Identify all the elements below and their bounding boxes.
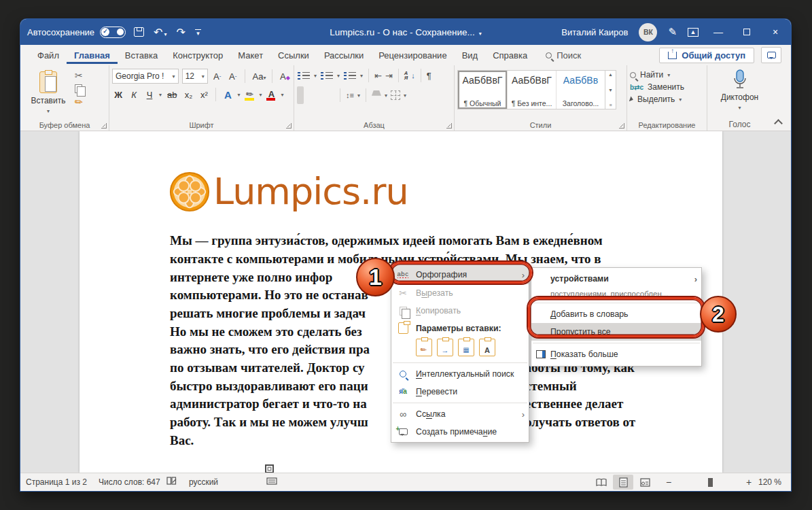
dialog-launcher-icon[interactable] [619, 123, 624, 129]
tab-insert[interactable]: Вставка [118, 47, 165, 64]
tab-help[interactable]: Справка [485, 47, 535, 64]
tab-view[interactable]: Вид [455, 47, 486, 64]
collapse-ribbon-icon[interactable] [774, 119, 783, 128]
print-layout-button[interactable] [613, 475, 633, 490]
dialog-launcher-icon[interactable] [446, 123, 452, 129]
submenu-see-more[interactable]: Показать больше [531, 345, 701, 363]
font-size-combo[interactable]: 12▾ [182, 69, 208, 84]
page-indicator[interactable]: Страница 1 из 2 [26, 477, 87, 487]
comments-button[interactable] [761, 47, 781, 63]
select-button[interactable]: Выделить▾ [630, 95, 704, 104]
paste-text-only-icon[interactable]: A [479, 339, 495, 356]
web-layout-button[interactable] [635, 475, 655, 490]
tab-file[interactable]: Файл [30, 47, 67, 64]
shading-icon[interactable] [372, 90, 381, 98]
decrease-indent-icon[interactable] [374, 69, 382, 82]
paste-merge-formatting-icon[interactable]: → [437, 339, 453, 356]
text-line: чественнее делает [518, 396, 623, 411]
language-indicator[interactable]: русский [189, 477, 218, 487]
menu-item-copy[interactable]: Копировать [391, 302, 529, 320]
align-center-button[interactable] [307, 86, 314, 104]
format-painter-icon[interactable] [75, 97, 83, 107]
style-no-spacing[interactable]: АаБбВвГ ¶ Без инте... [507, 71, 556, 109]
subscript-button[interactable]: x₂ [182, 89, 194, 101]
tab-review[interactable]: Рецензирование [371, 47, 454, 64]
submenu-suggestion-primary[interactable]: устройствами › [531, 271, 701, 287]
style-heading[interactable]: АаБбВв Заголово... [556, 71, 605, 109]
multilevel-list-icon[interactable] [344, 71, 356, 80]
save-icon[interactable] [134, 27, 144, 37]
tab-references[interactable]: Ссылки [270, 47, 317, 64]
zoom-in-button[interactable]: + [746, 477, 752, 488]
avatar[interactable]: ВК [639, 23, 657, 41]
maximize-button[interactable] [738, 27, 756, 37]
underline-button[interactable]: Ч [143, 89, 156, 101]
zoom-out-button[interactable]: − [666, 477, 671, 488]
menu-item-new-comment[interactable]: Создать примечание [391, 423, 529, 441]
close-button[interactable]: × [766, 27, 784, 37]
paste-keep-formatting-icon[interactable]: ✎ [416, 339, 432, 356]
justify-button[interactable] [328, 86, 334, 104]
align-left-button[interactable] [297, 86, 304, 104]
zoom-level[interactable]: 120 % [758, 477, 781, 487]
copy-icon[interactable] [75, 84, 82, 93]
tab-design[interactable]: Конструктор [165, 47, 230, 64]
dialog-launcher-icon[interactable] [286, 123, 292, 129]
menu-item-link[interactable]: Ссылка › [391, 405, 529, 423]
replace-button[interactable]: b⇄cЗаменить [630, 82, 704, 92]
user-name[interactable]: Виталий Каиров [561, 27, 628, 37]
sort-icon[interactable]: АЯ [404, 71, 408, 81]
dialog-launcher-icon[interactable] [101, 123, 107, 129]
autosave-toggle[interactable]: ✓ [100, 27, 126, 38]
context-menu: abc Орфография › Вырезать Копировать Пар… [391, 263, 529, 443]
autosave-control[interactable]: Автосохранение ✓ [27, 27, 126, 38]
search-box[interactable]: Поиск [546, 50, 581, 61]
microphone-icon[interactable] [732, 69, 748, 90]
bold-button[interactable]: Ж [112, 89, 124, 101]
superscript-button[interactable]: x² [198, 89, 210, 101]
shrink-font-button[interactable]: Аˇ [227, 71, 239, 82]
style-normal[interactable]: АаБбВвГ ¶ Обычный [458, 71, 507, 109]
show-marks-icon[interactable] [427, 69, 431, 82]
menu-item-translate[interactable]: я̆a Перевести [391, 383, 529, 401]
italic-button[interactable]: К [128, 89, 140, 101]
minimize-button[interactable]: — [709, 27, 727, 37]
text-effects-button[interactable]: А [222, 88, 234, 101]
keyboard-icon[interactable] [266, 477, 277, 488]
share-button[interactable]: Общий доступ [659, 48, 754, 63]
change-case-button[interactable]: Аа▾ [251, 71, 267, 82]
zoom-slider-thumb[interactable] [708, 478, 713, 487]
read-mode-button[interactable] [591, 475, 612, 490]
ribbon-display-icon[interactable]: ▲ [688, 28, 699, 37]
increase-indent-icon[interactable] [385, 69, 393, 82]
bullet-list-icon[interactable] [298, 71, 310, 80]
tab-home[interactable]: Главная [67, 47, 118, 64]
numbered-list-icon[interactable] [321, 71, 333, 80]
redo-icon[interactable] [177, 26, 186, 39]
styles-scrollbar[interactable]: ▲▼≡ [605, 71, 616, 109]
word-count[interactable]: Число слов: 647 [99, 477, 160, 487]
dictate-button[interactable]: Диктофон [721, 92, 758, 102]
menu-item-cut[interactable]: Вырезать [391, 284, 529, 302]
tab-layout[interactable]: Макет [230, 47, 270, 64]
borders-icon[interactable] [391, 90, 400, 100]
proofing-icon[interactable] [166, 477, 177, 488]
font-color-button[interactable]: А [266, 88, 278, 101]
qat-overflow-icon[interactable]: ▾ [195, 29, 201, 35]
grow-font-button[interactable]: Аˆ [211, 71, 224, 82]
find-button[interactable]: Найти▾ [630, 70, 704, 80]
tab-mailings[interactable]: Рассылки [317, 47, 371, 64]
paste-picture-icon[interactable]: ▦ [458, 339, 474, 356]
text-line: администратор бегает и что-то на [170, 396, 367, 411]
menu-item-smart-lookup[interactable]: Интеллектуальный поиск [391, 365, 529, 383]
sparkle-pen-icon[interactable] [668, 26, 677, 38]
line-spacing-icon[interactable]: ↕≡ [346, 91, 354, 99]
font-name-combo[interactable]: Georgia Pro !▾ [112, 69, 179, 84]
cut-icon[interactable] [75, 70, 83, 81]
paste-button[interactable]: Вставить ▾ [29, 69, 68, 119]
clear-formatting-button[interactable]: А◆ [278, 71, 291, 82]
strikethrough-button[interactable]: ab [165, 89, 179, 101]
undo-button[interactable]: ▾ [154, 26, 166, 39]
highlight-button[interactable] [244, 88, 256, 101]
align-right-button[interactable] [317, 86, 324, 104]
